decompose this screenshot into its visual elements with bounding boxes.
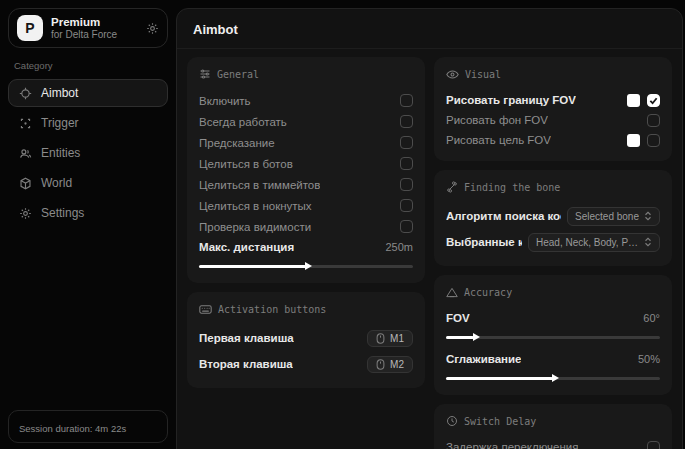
sidebar-item-world[interactable]: World — [8, 169, 168, 197]
setting-label: Целиться в тиммейтов — [199, 179, 320, 191]
sidebar: P Premium for Delta Force Category Aimbo… — [0, 0, 176, 449]
brand-title: Premium — [51, 16, 138, 29]
activation-card-title: Activation buttons — [199, 301, 413, 317]
selected-bones-select[interactable]: Head, Neck, Body, Pe.. — [528, 233, 660, 252]
unfold-icon — [644, 237, 652, 247]
slider-label-row: Макс. дистанция 250m — [199, 237, 413, 257]
unfold-icon — [644, 211, 652, 221]
world-cube-icon — [19, 177, 32, 190]
main-panel: Aimbot General Включить Всег — [176, 8, 683, 449]
setting-label: Предсказание — [199, 137, 275, 149]
checkbox[interactable] — [400, 115, 413, 128]
bone-card-title: Finding the bone — [446, 179, 660, 195]
sidebar-item-settings[interactable]: Settings — [8, 199, 168, 227]
checkbox[interactable] — [400, 136, 413, 149]
smoothing-slider[interactable] — [446, 372, 660, 384]
keybind-button[interactable]: M1 — [367, 330, 413, 347]
setting-label: Целиться в ботов — [199, 158, 293, 170]
checkbox[interactable] — [647, 134, 660, 147]
app-logo: P — [17, 15, 43, 41]
setting-row: Проверка видимости — [199, 216, 413, 237]
fov-slider[interactable] — [446, 331, 660, 343]
right-column: Visual Рисовать границу FOV Рисовать фон… — [434, 57, 672, 449]
setting-row: Задержка переключения — [446, 437, 660, 449]
checkbox[interactable] — [647, 441, 660, 449]
checkbox[interactable] — [400, 199, 413, 212]
bone-row: Алгоритм поиска кост Selected bone — [446, 203, 660, 229]
slider-track[interactable] — [199, 265, 413, 268]
sidebar-item-label: World — [41, 176, 72, 190]
keyboard-icon — [199, 304, 212, 315]
bone-icon — [446, 181, 458, 193]
sidebar-nav: Aimbot Trigger Entities — [8, 79, 168, 227]
setting-row: Предсказание — [199, 132, 413, 153]
slider-thumb[interactable] — [473, 333, 480, 341]
visual-row: Рисовать границу FOV — [446, 90, 660, 110]
slider-label-row: FOV 60° — [446, 308, 660, 328]
slider-value: 250m — [385, 241, 413, 253]
sidebar-item-label: Settings — [41, 206, 84, 220]
bone-label: Алгоритм поиска кост — [446, 210, 561, 222]
slider-fill — [446, 377, 553, 380]
clock-icon — [446, 415, 458, 427]
sidebar-item-label: Trigger — [41, 116, 79, 130]
max-distance-slider[interactable] — [199, 260, 413, 272]
sidebar-item-aimbot[interactable]: Aimbot — [8, 79, 168, 107]
sidebar-item-trigger[interactable]: Trigger — [8, 109, 168, 137]
setting-label: Задержка переключения — [446, 441, 578, 449]
setting-row: Целиться в нокнутых — [199, 195, 413, 216]
checkbox[interactable] — [400, 94, 413, 107]
accuracy-card: Accuracy FOV 60° Сглаживание 50% — [434, 275, 672, 395]
brand-card: P Premium for Delta Force — [8, 8, 168, 48]
slider-track[interactable] — [446, 336, 660, 339]
visual-card: Visual Рисовать границу FOV Рисовать фон… — [434, 57, 672, 161]
setting-label: Включить — [199, 95, 251, 107]
left-column: General Включить Всегда работать Предска… — [187, 57, 425, 388]
visual-controls — [647, 114, 660, 127]
slider-track[interactable] — [446, 377, 660, 380]
bone-card: Finding the bone Алгоритм поиска кост Se… — [434, 170, 672, 266]
gear-icon[interactable] — [146, 22, 159, 35]
crosshair-icon — [19, 87, 32, 100]
page-title: Aimbot — [177, 9, 682, 49]
slider-label: Сглаживание — [446, 353, 521, 365]
setting-row: Целиться в ботов — [199, 153, 413, 174]
slider-label: Макс. дистанция — [199, 241, 294, 253]
keybind-label: Первая клавиша — [199, 332, 294, 344]
setting-row: Включить — [199, 90, 413, 111]
visual-label: Рисовать цель FOV — [446, 134, 551, 146]
slider-value: 60° — [643, 312, 660, 324]
checkbox[interactable] — [400, 178, 413, 191]
sidebar-item-label: Entities — [41, 146, 80, 160]
keybind-row: Вторая клавиша M2 — [199, 351, 413, 377]
visual-label: Рисовать границу FOV — [446, 94, 576, 106]
setting-label: Целиться в нокнутых — [199, 200, 312, 212]
general-card-title: General — [199, 66, 413, 82]
checkbox[interactable] — [647, 94, 660, 107]
color-swatch[interactable] — [627, 94, 640, 107]
category-label: Category — [14, 60, 162, 71]
switch-delay-card: Switch Delay Задержка переключения Задер… — [434, 404, 672, 449]
sidebar-item-entities[interactable]: Entities — [8, 139, 168, 167]
setting-row: Всегда работать — [199, 111, 413, 132]
setting-row: Целиться в тиммейтов — [199, 174, 413, 195]
color-swatch[interactable] — [627, 134, 640, 147]
checkbox[interactable] — [647, 114, 660, 127]
brand-subtitle: for Delta Force — [51, 29, 138, 41]
session-duration: Session duration: 4m 22s — [8, 410, 168, 443]
accuracy-card-title: Accuracy — [446, 284, 660, 300]
visual-card-title: Visual — [446, 66, 660, 82]
visual-label: Рисовать фон FOV — [446, 114, 548, 126]
entities-icon — [19, 147, 32, 160]
slider-thumb[interactable] — [552, 374, 559, 382]
keybind-label: Вторая клавиша — [199, 358, 293, 370]
switch-delay-card-title: Switch Delay — [446, 413, 660, 429]
checkbox[interactable] — [400, 157, 413, 170]
bone-algorithm-select[interactable]: Selected bone — [567, 207, 660, 226]
slider-thumb[interactable] — [305, 262, 312, 270]
activation-card: Activation buttons Первая клавиша M1 Вто… — [187, 292, 425, 388]
keybind-button[interactable]: M2 — [367, 356, 413, 373]
checkbox[interactable] — [400, 220, 413, 233]
setting-label: Всегда работать — [199, 116, 287, 128]
slider-value: 50% — [638, 353, 660, 365]
